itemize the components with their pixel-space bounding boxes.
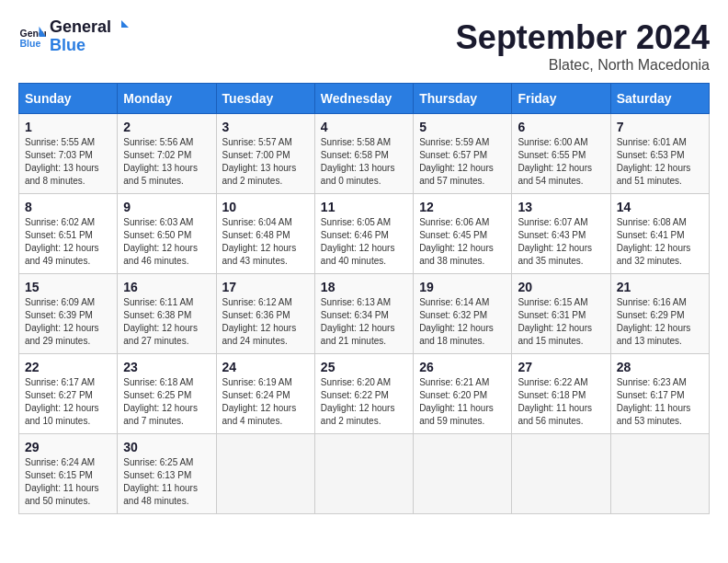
calendar-cell — [314, 434, 413, 514]
calendar-cell: 1Sunrise: 5:55 AM Sunset: 7:03 PM Daylig… — [19, 114, 118, 194]
calendar-cell: 17Sunrise: 6:12 AM Sunset: 6:36 PM Dayli… — [216, 274, 314, 354]
calendar-cell: 6Sunrise: 6:00 AM Sunset: 6:55 PM Daylig… — [512, 114, 610, 194]
day-info: Sunrise: 6:06 AM Sunset: 6:45 PM Dayligh… — [419, 216, 506, 268]
header-saturday: Saturday — [610, 84, 709, 114]
day-info: Sunrise: 6:11 AM Sunset: 6:38 PM Dayligh… — [123, 296, 210, 348]
day-number: 14 — [617, 200, 703, 214]
calendar-cell — [216, 434, 314, 514]
calendar-header-row: SundayMondayTuesdayWednesdayThursdayFrid… — [19, 84, 710, 114]
day-info: Sunrise: 6:14 AM Sunset: 6:32 PM Dayligh… — [419, 296, 506, 348]
day-number: 4 — [321, 120, 407, 134]
day-number: 8 — [25, 200, 111, 214]
day-number: 27 — [518, 360, 604, 374]
logo-blue: Blue — [50, 37, 131, 55]
day-info: Sunrise: 6:21 AM Sunset: 6:20 PM Dayligh… — [419, 376, 506, 428]
calendar-cell: 21Sunrise: 6:16 AM Sunset: 6:29 PM Dayli… — [610, 274, 709, 354]
day-info: Sunrise: 6:13 AM Sunset: 6:34 PM Dayligh… — [321, 296, 407, 348]
day-number: 9 — [123, 200, 210, 214]
calendar-table: SundayMondayTuesdayWednesdayThursdayFrid… — [18, 83, 710, 514]
svg-marker-3 — [121, 20, 129, 28]
day-info: Sunrise: 6:01 AM Sunset: 6:53 PM Dayligh… — [617, 136, 703, 188]
calendar-week-5: 29Sunrise: 6:24 AM Sunset: 6:15 PM Dayli… — [19, 434, 710, 514]
day-number: 28 — [617, 360, 703, 374]
calendar-cell: 27Sunrise: 6:22 AM Sunset: 6:18 PM Dayli… — [512, 354, 610, 434]
header-friday: Friday — [512, 84, 610, 114]
day-number: 22 — [25, 360, 111, 374]
day-info: Sunrise: 6:23 AM Sunset: 6:17 PM Dayligh… — [617, 376, 703, 428]
day-number: 15 — [25, 280, 111, 294]
calendar-cell: 14Sunrise: 6:08 AM Sunset: 6:41 PM Dayli… — [610, 194, 709, 274]
month-title: September 2024 — [456, 18, 710, 57]
day-number: 21 — [617, 280, 703, 294]
calendar-cell: 3Sunrise: 5:57 AM Sunset: 7:00 PM Daylig… — [216, 114, 314, 194]
day-info: Sunrise: 5:57 AM Sunset: 7:00 PM Dayligh… — [222, 136, 309, 188]
day-number: 18 — [321, 280, 407, 294]
day-number: 23 — [123, 360, 210, 374]
logo: General Blue General Blue — [18, 18, 131, 55]
calendar-cell: 22Sunrise: 6:17 AM Sunset: 6:27 PM Dayli… — [19, 354, 118, 434]
calendar-cell: 5Sunrise: 5:59 AM Sunset: 6:57 PM Daylig… — [414, 114, 512, 194]
calendar-cell — [414, 434, 512, 514]
day-info: Sunrise: 6:16 AM Sunset: 6:29 PM Dayligh… — [617, 296, 703, 348]
day-info: Sunrise: 6:09 AM Sunset: 6:39 PM Dayligh… — [25, 296, 111, 348]
calendar-week-2: 8Sunrise: 6:02 AM Sunset: 6:51 PM Daylig… — [19, 194, 710, 274]
calendar-cell: 16Sunrise: 6:11 AM Sunset: 6:38 PM Dayli… — [118, 274, 216, 354]
day-info: Sunrise: 5:58 AM Sunset: 6:58 PM Dayligh… — [321, 136, 407, 188]
day-info: Sunrise: 6:15 AM Sunset: 6:31 PM Dayligh… — [518, 296, 604, 348]
calendar-cell: 18Sunrise: 6:13 AM Sunset: 6:34 PM Dayli… — [314, 274, 413, 354]
calendar-cell: 28Sunrise: 6:23 AM Sunset: 6:17 PM Dayli… — [610, 354, 709, 434]
day-info: Sunrise: 6:18 AM Sunset: 6:25 PM Dayligh… — [123, 376, 210, 428]
calendar-cell: 30Sunrise: 6:25 AM Sunset: 6:13 PM Dayli… — [118, 434, 216, 514]
calendar-cell: 19Sunrise: 6:14 AM Sunset: 6:32 PM Dayli… — [414, 274, 512, 354]
calendar-cell: 23Sunrise: 6:18 AM Sunset: 6:25 PM Dayli… — [118, 354, 216, 434]
calendar-cell: 8Sunrise: 6:02 AM Sunset: 6:51 PM Daylig… — [19, 194, 118, 274]
calendar-cell: 24Sunrise: 6:19 AM Sunset: 6:24 PM Dayli… — [216, 354, 314, 434]
day-number: 26 — [419, 360, 506, 374]
day-number: 25 — [321, 360, 407, 374]
day-info: Sunrise: 6:04 AM Sunset: 6:48 PM Dayligh… — [222, 216, 309, 268]
day-info: Sunrise: 6:25 AM Sunset: 6:13 PM Dayligh… — [123, 456, 210, 508]
calendar-cell: 11Sunrise: 6:05 AM Sunset: 6:46 PM Dayli… — [314, 194, 413, 274]
day-number: 30 — [123, 440, 210, 454]
day-number: 29 — [25, 440, 111, 454]
day-number: 10 — [222, 200, 309, 214]
page-header: General Blue General Blue September 2024… — [18, 18, 710, 74]
day-info: Sunrise: 6:12 AM Sunset: 6:36 PM Dayligh… — [222, 296, 309, 348]
day-info: Sunrise: 5:59 AM Sunset: 6:57 PM Dayligh… — [419, 136, 506, 188]
calendar-cell: 7Sunrise: 6:01 AM Sunset: 6:53 PM Daylig… — [610, 114, 709, 194]
logo-icon: General Blue — [18, 23, 46, 51]
calendar-cell: 25Sunrise: 6:20 AM Sunset: 6:22 PM Dayli… — [314, 354, 413, 434]
calendar-cell: 12Sunrise: 6:06 AM Sunset: 6:45 PM Dayli… — [414, 194, 512, 274]
day-info: Sunrise: 6:17 AM Sunset: 6:27 PM Dayligh… — [25, 376, 111, 428]
day-number: 6 — [518, 120, 604, 134]
header-monday: Monday — [118, 84, 216, 114]
header-tuesday: Tuesday — [216, 84, 314, 114]
calendar-cell: 26Sunrise: 6:21 AM Sunset: 6:20 PM Dayli… — [414, 354, 512, 434]
location-subtitle: Blatec, North Macedonia — [456, 57, 710, 74]
day-number: 13 — [518, 200, 604, 214]
header-wednesday: Wednesday — [314, 84, 413, 114]
day-info: Sunrise: 5:55 AM Sunset: 7:03 PM Dayligh… — [25, 136, 111, 188]
calendar-cell — [610, 434, 709, 514]
calendar-cell: 4Sunrise: 5:58 AM Sunset: 6:58 PM Daylig… — [314, 114, 413, 194]
day-info: Sunrise: 6:07 AM Sunset: 6:43 PM Dayligh… — [518, 216, 604, 268]
day-info: Sunrise: 6:22 AM Sunset: 6:18 PM Dayligh… — [518, 376, 604, 428]
day-number: 7 — [617, 120, 703, 134]
calendar-cell: 10Sunrise: 6:04 AM Sunset: 6:48 PM Dayli… — [216, 194, 314, 274]
day-number: 20 — [518, 280, 604, 294]
day-info: Sunrise: 6:05 AM Sunset: 6:46 PM Dayligh… — [321, 216, 407, 268]
calendar-cell: 13Sunrise: 6:07 AM Sunset: 6:43 PM Dayli… — [512, 194, 610, 274]
day-number: 19 — [419, 280, 506, 294]
day-info: Sunrise: 6:24 AM Sunset: 6:15 PM Dayligh… — [25, 456, 111, 508]
day-info: Sunrise: 5:56 AM Sunset: 7:02 PM Dayligh… — [123, 136, 210, 188]
day-info: Sunrise: 6:19 AM Sunset: 6:24 PM Dayligh… — [222, 376, 309, 428]
day-info: Sunrise: 6:00 AM Sunset: 6:55 PM Dayligh… — [518, 136, 604, 188]
calendar-week-4: 22Sunrise: 6:17 AM Sunset: 6:27 PM Dayli… — [19, 354, 710, 434]
day-info: Sunrise: 6:02 AM Sunset: 6:51 PM Dayligh… — [25, 216, 111, 268]
day-number: 11 — [321, 200, 407, 214]
calendar-week-1: 1Sunrise: 5:55 AM Sunset: 7:03 PM Daylig… — [19, 114, 710, 194]
calendar-cell: 2Sunrise: 5:56 AM Sunset: 7:02 PM Daylig… — [118, 114, 216, 194]
day-number: 12 — [419, 200, 506, 214]
calendar-cell: 9Sunrise: 6:03 AM Sunset: 6:50 PM Daylig… — [118, 194, 216, 274]
svg-text:Blue: Blue — [20, 38, 41, 49]
